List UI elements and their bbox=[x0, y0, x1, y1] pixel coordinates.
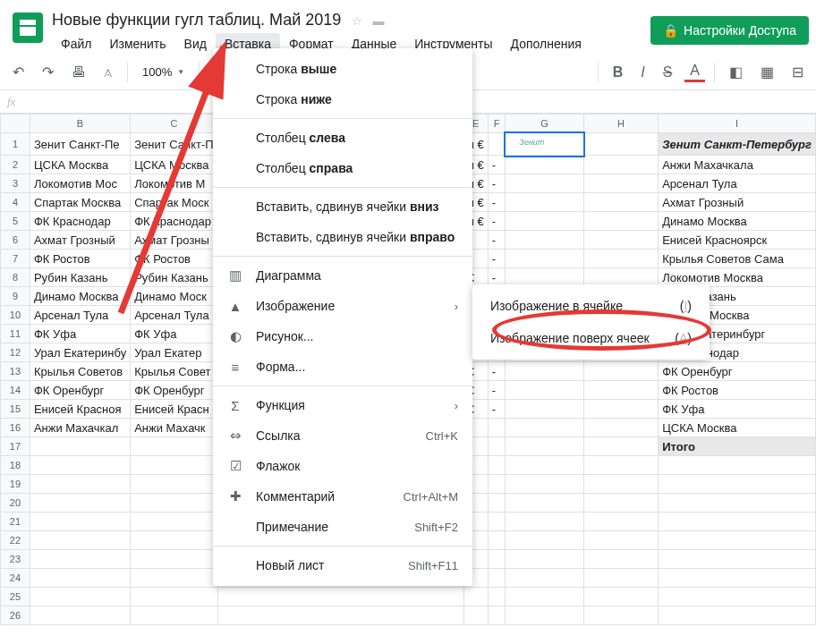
cell[interactable]: - bbox=[488, 362, 506, 381]
cell[interactable]: Арсенал Тула bbox=[659, 174, 816, 193]
dropdown-item[interactable]: ✚КомментарийCtrl+Alt+M bbox=[213, 481, 472, 512]
cell[interactable]: Зенит bbox=[506, 133, 583, 156]
fill-color-icon[interactable]: ◧ bbox=[724, 60, 748, 84]
cell[interactable] bbox=[131, 550, 218, 569]
row-header[interactable]: 22 bbox=[1, 531, 30, 550]
cell[interactable] bbox=[659, 456, 816, 475]
dropdown-item[interactable]: Вставить, сдвинув ячейки вправо bbox=[213, 222, 472, 252]
cell[interactable] bbox=[506, 381, 583, 400]
row-header[interactable]: 12 bbox=[1, 343, 30, 362]
cell[interactable]: Зенит Санкт-Петербург bbox=[659, 133, 816, 156]
dropdown-item[interactable]: ▲Изображение› bbox=[213, 291, 472, 321]
cell[interactable] bbox=[488, 494, 506, 513]
cell[interactable] bbox=[506, 550, 583, 569]
cell[interactable] bbox=[583, 531, 659, 550]
cell[interactable] bbox=[463, 606, 488, 625]
cell[interactable] bbox=[30, 550, 130, 569]
cell[interactable] bbox=[30, 456, 130, 475]
cell[interactable]: Крылья Совет bbox=[131, 362, 218, 381]
row-header[interactable]: 14 bbox=[1, 381, 30, 400]
cell[interactable] bbox=[659, 513, 816, 531]
cell[interactable] bbox=[659, 475, 816, 494]
cell[interactable]: Спартак Моск bbox=[131, 193, 218, 212]
cell[interactable] bbox=[488, 437, 506, 456]
dropdown-item[interactable]: ☑Флажок bbox=[213, 451, 472, 481]
cell[interactable]: Арсенал Тула bbox=[131, 306, 218, 325]
cell[interactable]: Локомотив Мос bbox=[30, 174, 130, 193]
row-header[interactable]: 15 bbox=[1, 400, 30, 419]
cell[interactable]: Рубин Казань bbox=[131, 268, 218, 287]
cell[interactable] bbox=[463, 588, 488, 606]
cell[interactable] bbox=[506, 400, 583, 419]
cell[interactable] bbox=[583, 133, 659, 156]
cell[interactable] bbox=[488, 133, 506, 156]
cell[interactable] bbox=[583, 475, 659, 494]
cell[interactable]: ЦСКА Москва bbox=[131, 156, 218, 174]
cell[interactable] bbox=[583, 513, 659, 531]
italic-button[interactable]: I bbox=[635, 61, 650, 84]
cell[interactable]: Зенит Санкт-П bbox=[131, 133, 218, 156]
cell[interactable] bbox=[506, 569, 583, 588]
row-header[interactable]: 17 bbox=[1, 437, 30, 456]
cell[interactable] bbox=[583, 569, 659, 588]
cell[interactable]: Анжи Махачкала bbox=[659, 156, 816, 174]
cell[interactable] bbox=[488, 606, 506, 625]
cell[interactable] bbox=[30, 475, 130, 494]
row-header[interactable]: 7 bbox=[1, 250, 30, 268]
dropdown-item[interactable]: ◐Рисунок... bbox=[213, 321, 472, 352]
cell[interactable] bbox=[488, 588, 506, 606]
menu-дополнения[interactable]: Дополнения bbox=[502, 33, 591, 55]
cell[interactable] bbox=[583, 550, 659, 569]
cell[interactable]: ФК Уфа bbox=[30, 325, 130, 343]
cell[interactable] bbox=[583, 494, 659, 513]
cell[interactable]: ФК Ростов bbox=[131, 250, 218, 268]
row-header[interactable]: 19 bbox=[1, 475, 30, 494]
cell[interactable] bbox=[506, 212, 583, 231]
row-header[interactable]: 10 bbox=[1, 306, 30, 325]
cell[interactable]: Ахмат Грозный bbox=[659, 193, 816, 212]
cell[interactable]: Енисей Красноя bbox=[30, 400, 130, 419]
dropdown-item[interactable]: ⇔СсылкаCtrl+K bbox=[213, 420, 472, 451]
cell[interactable] bbox=[506, 362, 583, 381]
cell[interactable] bbox=[583, 381, 659, 400]
row-header[interactable]: 16 bbox=[1, 419, 30, 437]
row-header[interactable]: 25 bbox=[1, 588, 30, 606]
cell[interactable]: Арсенал Тула bbox=[30, 306, 130, 325]
cell[interactable] bbox=[131, 456, 218, 475]
row-header[interactable]: 9 bbox=[1, 287, 30, 306]
cell[interactable] bbox=[30, 494, 130, 513]
col-header[interactable]: H bbox=[583, 114, 659, 133]
cell[interactable] bbox=[131, 513, 218, 531]
cell[interactable] bbox=[30, 531, 130, 550]
menu-вид[interactable]: Вид bbox=[175, 33, 216, 55]
cell[interactable] bbox=[506, 606, 583, 625]
cell[interactable]: Итого bbox=[659, 437, 816, 456]
document-title[interactable]: Новые функции гугл таблиц. Май 2019 bbox=[52, 11, 341, 30]
dropdown-item[interactable]: Строка ниже bbox=[213, 84, 472, 114]
row-header[interactable]: 21 bbox=[1, 513, 30, 531]
cell[interactable] bbox=[583, 419, 659, 437]
row-header[interactable]: 2 bbox=[1, 156, 30, 174]
cell[interactable] bbox=[506, 588, 583, 606]
paint-format-icon[interactable]: ⟑ bbox=[98, 61, 118, 84]
row-header[interactable]: 6 bbox=[1, 231, 30, 250]
dropdown-item[interactable]: Новый листShift+F11 bbox=[213, 550, 472, 580]
cell[interactable] bbox=[131, 588, 218, 606]
dropdown-item[interactable]: Вставить, сдвинув ячейки вниз bbox=[213, 191, 472, 222]
cell[interactable] bbox=[659, 569, 816, 588]
cell[interactable] bbox=[506, 437, 583, 456]
cell[interactable] bbox=[30, 513, 130, 531]
cell[interactable] bbox=[506, 494, 583, 513]
cell[interactable]: - bbox=[488, 400, 506, 419]
row-header[interactable]: 20 bbox=[1, 494, 30, 513]
col-header[interactable]: B bbox=[30, 114, 130, 133]
borders-icon[interactable]: ▦ bbox=[755, 60, 779, 84]
title-folder-icon[interactable]: ▬ bbox=[373, 14, 385, 28]
cell[interactable]: Анжи Махачк bbox=[131, 419, 218, 437]
cell[interactable] bbox=[488, 475, 506, 494]
strike-button[interactable]: S bbox=[658, 61, 678, 84]
cell[interactable]: ФК Оренбург bbox=[30, 381, 130, 400]
merge-icon[interactable]: ⊟ bbox=[786, 60, 809, 84]
cell[interactable] bbox=[506, 174, 583, 193]
cell[interactable]: Зенит Санкт-Пе bbox=[30, 133, 130, 156]
